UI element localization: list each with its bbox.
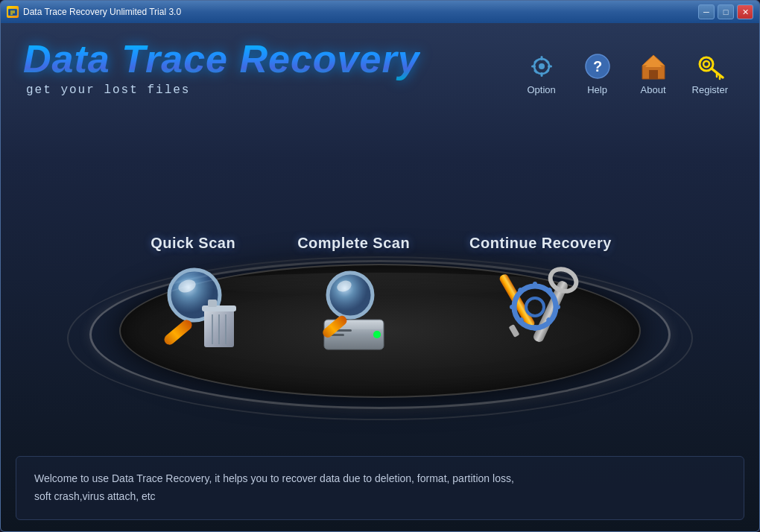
svg-point-21 [703,61,709,67]
quick-scan-label: Quick Scan [151,235,235,252]
toolbar-option[interactable]: Option [516,45,568,101]
minimize-button[interactable]: ─ [698,4,715,19]
svg-rect-27 [162,318,194,347]
svg-rect-30 [208,300,217,307]
option-icon [527,51,557,81]
continue-recovery-icon [492,264,589,361]
main-content: Data Trace Recovery get your lost files [1,23,759,531]
app-title: Data Trace Recovery [23,38,420,80]
svg-rect-52 [554,305,560,309]
complete-scan-icon-area [313,264,395,361]
svg-text:?: ? [592,58,601,75]
status-line2: soft crash,virus attach, etc [34,490,156,502]
register-icon [695,51,725,81]
quick-scan-icon-area [148,264,238,361]
title-bar: Data Trace Recovery Unlimited Trial 3.0 … [1,1,759,23]
maximize-button[interactable]: □ [718,4,734,19]
svg-rect-51 [510,305,516,309]
svg-rect-49 [533,282,537,288]
continue-recovery-icon-area [492,264,589,361]
logo-area: Data Trace Recovery get your lost files [23,38,420,97]
svg-point-37 [373,331,381,338]
about-icon [639,51,668,81]
scan-items: Quick Scan [127,235,633,361]
close-button[interactable]: ✕ [737,4,753,19]
complete-scan-label: Complete Scan [297,235,410,252]
svg-rect-6 [540,56,542,60]
toolbar-help[interactable]: ? Help [571,45,624,101]
svg-rect-7 [540,72,542,77]
platform-section: Quick Scan [1,94,759,449]
complete-scan-icon [313,264,395,361]
quick-scan-icon [148,264,238,361]
svg-rect-18 [649,70,658,79]
window-controls: ─ □ ✕ [698,4,753,19]
svg-point-40 [328,273,373,317]
continue-recovery-label: Continue Recovery [469,235,612,252]
continue-recovery-item[interactable]: Continue Recovery [469,235,612,361]
app-icon [7,6,19,18]
svg-rect-8 [531,66,536,68]
oval-platform: Quick Scan [97,145,663,398]
svg-point-48 [526,298,544,316]
svg-point-5 [539,63,545,69]
svg-rect-9 [548,66,552,68]
quick-scan-item[interactable]: Quick Scan [148,235,238,361]
toolbar: Option ? Help [516,45,737,101]
svg-rect-44 [509,324,520,338]
svg-rect-50 [533,325,537,331]
svg-rect-29 [202,305,236,311]
status-line1: Welcome to use Data Trace Recovery, it h… [34,472,514,484]
complete-scan-item[interactable]: Complete Scan [297,235,410,361]
status-text: Welcome to use Data Trace Recovery, it h… [34,470,726,506]
window-title: Data Trace Recovery Unlimited Trial 3.0 [23,7,181,17]
toolbar-register[interactable]: Register [683,45,737,101]
toolbar-about[interactable]: About [627,45,680,101]
main-window: Data Trace Recovery Unlimited Trial 3.0 … [0,0,760,532]
status-bar: Welcome to use Data Trace Recovery, it h… [16,456,744,520]
help-icon: ? [583,51,612,81]
title-bar-left: Data Trace Recovery Unlimited Trial 3.0 [7,6,181,18]
